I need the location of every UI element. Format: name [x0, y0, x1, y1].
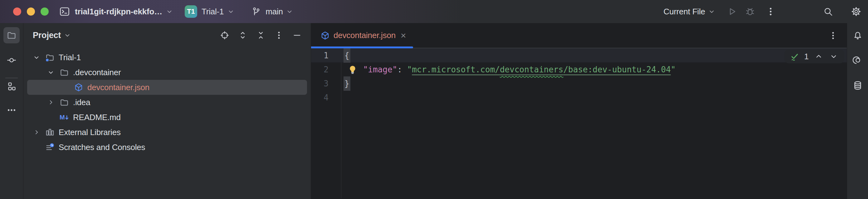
ai-assistant-icon	[853, 56, 863, 66]
run-configuration-label: Current File	[664, 7, 705, 16]
panel-view-chevron-icon[interactable]	[63, 31, 71, 39]
chevron-right-icon[interactable]	[32, 128, 45, 137]
titlebar-actions: Current File	[664, 5, 868, 19]
project-panel: Project Trial-1.devcontainerdevcontainer…	[23, 23, 311, 199]
code-token: "image"	[363, 65, 398, 74]
chevron-spacer	[47, 113, 59, 122]
inspection-widget[interactable]: 1	[784, 49, 844, 63]
tree-item-devcontainer-json[interactable]: devcontainer.json	[27, 80, 307, 95]
editor-tab-bar: devcontainer.json ×	[311, 23, 847, 48]
tree-item-label: devcontainer.json	[87, 82, 150, 92]
prev-problem-button[interactable]	[814, 52, 824, 61]
commit-icon	[6, 55, 17, 65]
main-content: Project Trial-1.devcontainerdevcontainer…	[0, 23, 868, 199]
line-number: 3	[311, 79, 341, 88]
workspace-name-label: Trial-1	[202, 7, 224, 16]
code-token: "	[671, 65, 676, 74]
tree-item-label: .devcontainer	[73, 68, 121, 77]
intention-bulb-icon[interactable]	[348, 65, 357, 75]
image-link-token[interactable]: /base:dev-ubuntu-24.04	[563, 65, 671, 74]
notifications-bell-icon	[853, 31, 863, 40]
more-horizontal-icon	[6, 105, 17, 115]
panel-options-button[interactable]	[273, 30, 284, 41]
tree-item-trial-1[interactable]: Trial-1	[27, 50, 307, 65]
tab-close-icon[interactable]: ×	[401, 30, 406, 41]
database-button[interactable]	[849, 77, 866, 94]
tree-item-scratches-and-consoles[interactable]: Scratches and Consoles	[27, 140, 307, 155]
code-line-4[interactable]: 4	[311, 91, 847, 104]
chevron-spacer	[61, 83, 74, 92]
code-line-2[interactable]: 2 "image": "mcr.microsoft.com/devcontain…	[311, 62, 847, 76]
code-text: {	[341, 51, 350, 60]
line-number: 1	[311, 51, 341, 60]
project-tool-button[interactable]	[3, 27, 20, 43]
inspection-ok-icon	[790, 52, 799, 61]
commit-tool-button[interactable]	[3, 52, 20, 68]
tree-item-devcontainer[interactable]: .devcontainer	[27, 65, 307, 80]
chevron-down-icon	[227, 7, 235, 15]
project-panel-header: Project	[23, 23, 311, 47]
run-button[interactable]	[725, 5, 739, 19]
search-everywhere-button[interactable]	[821, 5, 835, 19]
window-zoom-button[interactable]	[40, 7, 49, 15]
tree-item-readme-md[interactable]: MREADME.md	[27, 110, 307, 125]
left-tool-strip	[0, 23, 23, 199]
line-number: 4	[311, 93, 341, 102]
project-folder-icon	[45, 53, 55, 62]
chevron-down-icon[interactable]	[47, 68, 59, 77]
chevron-down-icon[interactable]	[32, 53, 45, 62]
panel-title: Project	[33, 31, 61, 40]
folder-icon	[59, 67, 69, 77]
expand-all-button[interactable]	[237, 30, 248, 41]
more-tools-button[interactable]	[3, 102, 20, 118]
tab-title: devcontainer.json	[334, 31, 396, 40]
svg-text:M: M	[60, 114, 65, 121]
window-minimize-button[interactable]	[27, 7, 35, 15]
chevron-down-icon	[285, 7, 293, 15]
more-actions-button[interactable]	[764, 5, 777, 19]
remote-terminal-icon	[59, 6, 70, 17]
ai-assistant-button[interactable]	[849, 53, 866, 69]
run-configuration-selector[interactable]: Current File	[664, 7, 716, 16]
editor-area: devcontainer.json × 1{2 "image": "mcr.mi…	[311, 23, 847, 199]
code-token: :	[397, 65, 407, 74]
structure-icon	[6, 81, 17, 91]
title-bar: trial1git-rdjkpn-ekkfo… T1 Trial-1 main …	[0, 0, 868, 23]
code-text: }	[341, 79, 350, 88]
markdown-icon: M	[59, 112, 69, 122]
tree-item-idea[interactable]: .idea	[27, 95, 307, 110]
tab-list-options-button[interactable]	[828, 30, 839, 41]
git-branch-widget[interactable]: main	[249, 5, 293, 19]
tree-item-external-libraries[interactable]: External Libraries	[27, 125, 307, 140]
code-line-1[interactable]: 1{	[311, 48, 847, 62]
panel-actions	[219, 30, 303, 41]
next-problem-button[interactable]	[829, 52, 839, 61]
chevron-spacer	[32, 143, 45, 152]
project-switcher[interactable]: trial1git-rdjkpn-ekkfo…	[70, 7, 174, 16]
notifications-button[interactable]	[849, 28, 866, 44]
code-token: "	[407, 65, 412, 74]
image-link-token[interactable]: mcr.microsoft.com/	[412, 65, 500, 74]
settings-button[interactable]	[849, 5, 863, 19]
code-line-3[interactable]: 3}	[311, 76, 847, 91]
code-editor[interactable]: 1{2 "image": "mcr.microsoft.com/devconta…	[311, 48, 847, 198]
chevron-right-icon[interactable]	[47, 98, 59, 107]
inspection-count: 1	[804, 52, 809, 61]
folder-icon	[59, 97, 69, 107]
window-close-button[interactable]	[13, 7, 21, 15]
structure-tool-button[interactable]	[3, 78, 20, 95]
tree-item-label: Trial-1	[59, 53, 81, 62]
database-icon	[853, 80, 863, 91]
debug-button[interactable]	[743, 5, 757, 19]
window-controls	[0, 7, 49, 15]
code-token: }	[343, 76, 350, 91]
git-branch-icon	[249, 5, 263, 19]
select-opened-file-button[interactable]	[219, 30, 230, 41]
project-switcher-label: trial1git-rdjkpn-ekkfo…	[75, 7, 162, 16]
tab-devcontainer-json[interactable]: devcontainer.json ×	[311, 23, 413, 48]
workspace-switcher[interactable]: Trial-1	[197, 7, 235, 16]
libraries-icon	[45, 127, 55, 137]
collapse-all-button[interactable]	[255, 30, 267, 41]
chevron-down-icon	[165, 7, 174, 15]
hide-panel-button[interactable]	[291, 30, 303, 41]
